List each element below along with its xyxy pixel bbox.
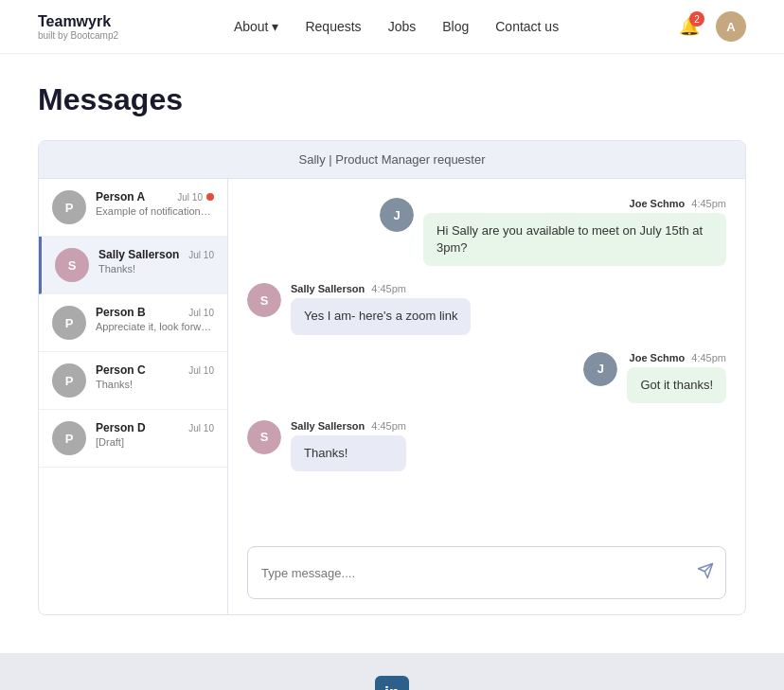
msg-avatar-m4: S <box>247 420 281 454</box>
brand: Teamwyrk built by Bootcamp2 <box>38 13 118 41</box>
chevron-down-icon: ▾ <box>272 19 278 34</box>
avatar-sally: S <box>55 248 89 282</box>
sidebar-preview-personC: Thanks! <box>96 379 214 390</box>
user-avatar-button[interactable]: A <box>716 11 746 42</box>
conversation-list: P Person A Jul 10 Example of notificatio… <box>39 179 228 614</box>
messages-header: Sally | Product Manager requester <box>39 141 745 179</box>
msg-sender-m4: Sally Sallerson <box>291 420 365 432</box>
notifications-button[interactable]: 🔔 2 <box>674 11 704 42</box>
linkedin-icon[interactable]: in <box>375 676 409 690</box>
avatar-personC: P <box>52 363 86 398</box>
online-dot <box>206 193 214 201</box>
sidebar-date-personC: Jul 10 <box>188 365 214 376</box>
messages-container: Sally | Product Manager requester P Pers… <box>38 140 746 615</box>
footer: in team@teamwyrk.org © 2023 TeamWyrk. Al… <box>0 653 784 690</box>
msg-time-m2: 4:45pm <box>371 283 406 294</box>
sidebar-meta-personB: Person B Jul 10 <box>96 306 214 319</box>
sidebar-date-personA: Jul 10 <box>177 192 203 203</box>
msg-bubble-m1: Hi Sally are you available to meet on Ju… <box>423 213 726 266</box>
msg-avatar-m3: J <box>583 352 617 386</box>
page-title: Messages <box>38 82 746 117</box>
message-input-container <box>247 546 726 599</box>
msg-time-m4: 4:45pm <box>371 420 406 432</box>
msg-time-m3: 4:45pm <box>691 352 726 363</box>
sidebar-item-personC[interactable]: P Person C Jul 10 Thanks! <box>39 352 227 410</box>
msg-time-m1: 4:45pm <box>691 198 726 209</box>
msg-bubble-m2: Yes I am- here's a zoom link <box>291 298 471 334</box>
sidebar-date-sally: Jul 10 <box>188 250 214 260</box>
msg-content-m3: Joe Schmo 4:45pm Got it thanks! <box>627 352 726 403</box>
chat-messages: Joe Schmo 4:45pm Hi Sally are you availa… <box>247 198 726 546</box>
message-row-m4: S Sally Sallerson 4:45pm Thanks! <box>247 420 726 471</box>
msg-meta-m3: Joe Schmo 4:45pm <box>627 352 726 363</box>
msg-content-m1: Joe Schmo 4:45pm Hi Sally are you availa… <box>423 198 726 266</box>
sidebar-preview-personD: [Draft] <box>96 436 214 448</box>
sidebar-meta-sally: Sally Sallerson Jul 10 <box>98 248 214 261</box>
sidebar-name-personB: Person B <box>96 306 146 319</box>
message-row-m1: Joe Schmo 4:45pm Hi Sally are you availa… <box>247 198 726 266</box>
sidebar-date-personD: Jul 10 <box>188 423 214 433</box>
msg-bubble-m4: Thanks! <box>291 435 406 471</box>
send-icon <box>697 562 714 579</box>
msg-meta-m4: Sally Sallerson 4:45pm <box>291 420 406 432</box>
msg-avatar-m1: J <box>380 198 414 232</box>
msg-sender-m3: Joe Schmo <box>630 352 686 363</box>
msg-sender-m2: Sally Sallerson <box>291 283 365 294</box>
msg-bubble-m3: Got it thanks! <box>627 367 726 403</box>
brand-sub: built by Bootcamp2 <box>38 30 118 41</box>
sidebar-info-personA: Person A Jul 10 Example of notifications… <box>96 190 214 217</box>
sidebar-info-personB: Person B Jul 10 Appreciate it, look forw… <box>96 306 214 332</box>
messages-body: P Person A Jul 10 Example of notificatio… <box>39 179 745 614</box>
sidebar-info-sally: Sally Sallerson Jul 10 Thanks! <box>98 248 214 274</box>
msg-avatar-m2: S <box>247 283 281 317</box>
avatar-personD: P <box>52 421 86 455</box>
sidebar-date-personB: Jul 10 <box>188 308 214 318</box>
sidebar-preview-personA: Example of notifications and ellipse <box>96 205 214 217</box>
sidebar-name-personA: Person A <box>96 190 145 203</box>
sidebar-item-personB[interactable]: P Person B Jul 10 Appreciate it, look fo… <box>39 294 227 352</box>
sidebar-meta-personA: Person A Jul 10 <box>96 190 214 203</box>
send-button[interactable] <box>697 562 714 583</box>
message-row-m2: S Sally Sallerson 4:45pm Yes I am- here'… <box>247 283 726 334</box>
brand-name: Teamwyrk <box>38 13 118 30</box>
sidebar-preview-sally: Thanks! <box>98 263 214 274</box>
nav-about[interactable]: About ▾ <box>234 19 279 34</box>
msg-sender-m1: Joe Schmo <box>630 198 686 209</box>
nav-links: About ▾ Requests Jobs Blog Contact us <box>234 19 559 34</box>
sidebar-item-personD[interactable]: P Person D Jul 10 [Draft] <box>39 410 227 468</box>
nav-blog[interactable]: Blog <box>442 19 469 34</box>
nav-jobs[interactable]: Jobs <box>388 19 417 34</box>
msg-content-m2: Sally Sallerson 4:45pm Yes I am- here's … <box>291 283 471 334</box>
sidebar-name-personD: Person D <box>96 421 146 434</box>
sidebar-meta-personD: Person D Jul 10 <box>96 421 214 434</box>
sidebar-info-personD: Person D Jul 10 [Draft] <box>96 421 214 448</box>
sidebar-item-sally[interactable]: S Sally Sallerson Jul 10 Thanks! <box>39 237 227 294</box>
chat-area: Joe Schmo 4:45pm Hi Sally are you availa… <box>228 179 745 546</box>
sidebar-name-personC: Person C <box>96 363 146 377</box>
msg-content-m4: Sally Sallerson 4:45pm Thanks! <box>291 420 406 471</box>
sidebar-info-personC: Person C Jul 10 Thanks! <box>96 363 214 390</box>
navbar: Teamwyrk built by Bootcamp2 About ▾ Requ… <box>0 0 784 54</box>
chat-input-area <box>228 546 745 614</box>
message-row-m3: Joe Schmo 4:45pm Got it thanks! J <box>247 352 726 403</box>
nav-contact[interactable]: Contact us <box>495 19 559 34</box>
sidebar-meta-personC: Person C Jul 10 <box>96 363 214 377</box>
nav-requests[interactable]: Requests <box>305 19 361 34</box>
sidebar-name-sally: Sally Sallerson <box>98 248 179 261</box>
msg-meta-m2: Sally Sallerson 4:45pm <box>291 283 471 294</box>
page-container: Messages Sally | Product Manager request… <box>0 54 784 653</box>
footer-social: in <box>0 653 784 690</box>
chat-panel: Joe Schmo 4:45pm Hi Sally are you availa… <box>228 179 745 614</box>
avatar-personB: P <box>52 306 86 340</box>
notification-badge: 2 <box>689 11 704 27</box>
sidebar-preview-personB: Appreciate it, look forward to chat... <box>96 321 214 332</box>
msg-meta-m1: Joe Schmo 4:45pm <box>423 198 726 209</box>
navbar-right: 🔔 2 A <box>674 11 746 42</box>
sidebar-item-personA[interactable]: P Person A Jul 10 Example of notificatio… <box>39 179 227 237</box>
message-input[interactable] <box>261 566 687 580</box>
avatar-personA: P <box>52 190 86 224</box>
